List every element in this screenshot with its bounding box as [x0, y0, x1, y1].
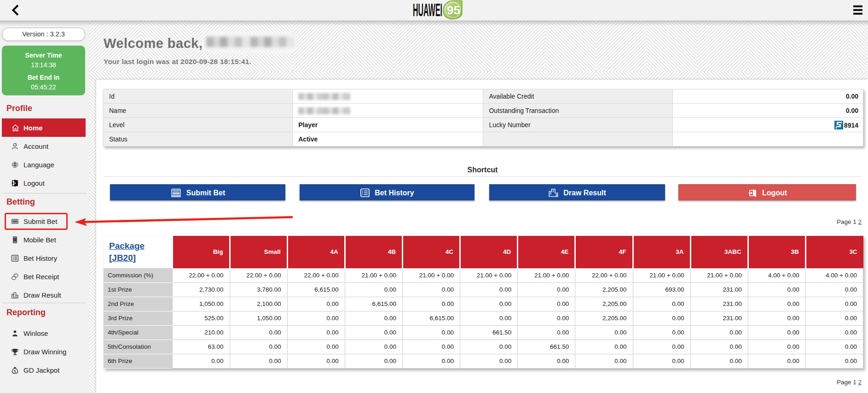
svg-text:$: $: [14, 370, 16, 373]
svg-text:2: 2: [12, 294, 13, 297]
svg-text:3: 3: [556, 194, 557, 197]
svg-text:3: 3: [17, 296, 18, 298]
svg-text:HUAWEI: HUAWEI: [413, 0, 442, 20]
svg-text:1: 1: [552, 189, 554, 193]
svg-text:2: 2: [550, 192, 552, 195]
svg-text:95: 95: [447, 3, 460, 17]
